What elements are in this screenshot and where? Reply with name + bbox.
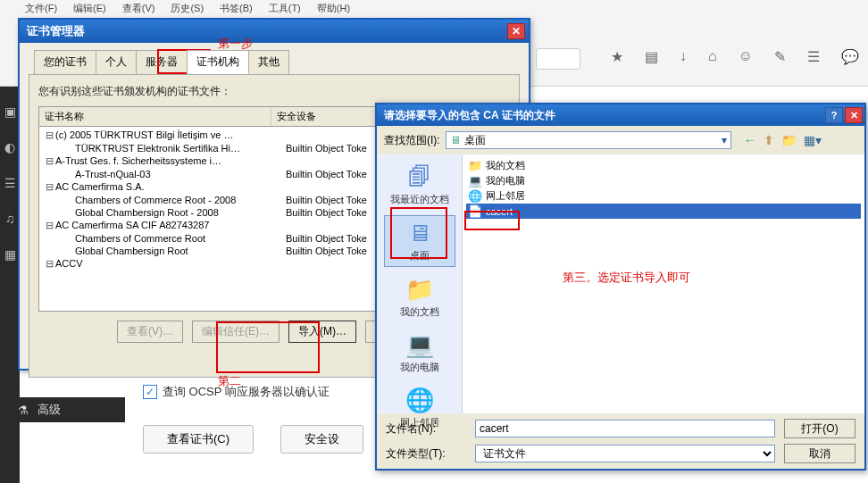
cert-manager-title: 证书管理器 bbox=[27, 23, 85, 39]
edit-trust-button: 编辑信任(E)… bbox=[192, 321, 280, 343]
file-item[interactable]: 📁我的文档 bbox=[466, 158, 861, 173]
checkbox-checked-icon[interactable]: ✓ bbox=[143, 385, 157, 399]
collapse-icon[interactable]: ⊟ bbox=[43, 258, 55, 270]
home-icon[interactable]: ⌂ bbox=[708, 48, 717, 65]
file-open-dialog: 请选择要导入的包含 CA 证书的文件 ? ✕ 查找范围(I): 🖥 桌面 ▾ ←… bbox=[375, 103, 866, 471]
browser-menu[interactable]: 文件(F) 编辑(E) 查看(V) 历史(S) 书签(B) 工具(T) 帮助(H… bbox=[23, 0, 352, 18]
menu-file[interactable]: 文件(F) bbox=[23, 0, 59, 18]
chat-icon[interactable]: 💬 bbox=[841, 48, 859, 65]
star-icon[interactable]: ★ bbox=[611, 48, 623, 65]
import-button[interactable]: 导入(M)… bbox=[288, 321, 356, 343]
file-icon: 📄 bbox=[468, 204, 482, 218]
look-in-label: 查找范围(I): bbox=[384, 133, 440, 148]
menu-history[interactable]: 历史(S) bbox=[169, 0, 205, 18]
menu-icon[interactable]: ☰ bbox=[807, 48, 820, 65]
tab-your-certs[interactable]: 您的证书 bbox=[34, 50, 96, 74]
filename-input[interactable] bbox=[475, 420, 775, 437]
col-cert-name[interactable]: 证书名称 bbox=[39, 107, 271, 126]
help-icon[interactable]: ? bbox=[825, 107, 843, 123]
place-item[interactable]: 🖥桌面 bbox=[384, 215, 455, 267]
menu-bookmarks[interactable]: 书签(B) bbox=[218, 0, 255, 18]
menu-view[interactable]: 查看(V) bbox=[121, 0, 157, 18]
collapse-icon[interactable]: ⊟ bbox=[43, 181, 55, 193]
filetype-label: 文件类型(T): bbox=[386, 446, 466, 462]
cancel-button[interactable]: 取消 bbox=[784, 444, 855, 463]
tab-authorities[interactable]: 证书机构 bbox=[187, 50, 249, 74]
tab-people[interactable]: 个人 bbox=[96, 50, 137, 74]
cert-desc: 您有识别这些证书颁发机构的证书文件： bbox=[38, 84, 510, 99]
menu-help[interactable]: 帮助(H) bbox=[315, 0, 352, 18]
place-icon: 💻 bbox=[384, 331, 455, 359]
advanced-label: 高级 bbox=[38, 402, 61, 418]
cert-tabs: 您的证书 个人 服务器 证书机构 其他 bbox=[34, 50, 529, 74]
tab-servers[interactable]: 服务器 bbox=[136, 50, 188, 74]
close-icon[interactable]: ✕ bbox=[845, 107, 863, 123]
place-icon: 🌐 bbox=[384, 387, 455, 414]
places-bar: 🗐我最近的文档🖥桌面📁我的文档💻我的电脑🌐网上邻居 bbox=[377, 154, 463, 413]
list-icon[interactable]: ▤ bbox=[645, 48, 658, 65]
address-fragment[interactable] bbox=[536, 48, 580, 70]
place-icon: 🗐 bbox=[384, 163, 455, 191]
new-folder-icon[interactable]: 📁 bbox=[781, 133, 797, 147]
advanced-section[interactable]: ⚗ 高级 bbox=[0, 397, 125, 422]
settings-rail: ▣ ◐ ☰ ♫ ▦ bbox=[0, 87, 20, 483]
rail-icon[interactable]: ▣ bbox=[4, 104, 16, 119]
filetype-select[interactable]: 证书文件 bbox=[475, 445, 775, 462]
file-icon: 📁 bbox=[468, 159, 482, 172]
rail-icon[interactable]: ♫ bbox=[5, 212, 15, 226]
file-item[interactable]: 🌐网上邻居 bbox=[466, 188, 861, 204]
close-icon[interactable]: ✕ bbox=[507, 23, 525, 39]
annotation-step3: 第三。选定证书导入即可 bbox=[563, 270, 690, 286]
desktop-icon: 🖥 bbox=[450, 134, 461, 146]
place-icon: 📁 bbox=[384, 276, 455, 304]
look-in-dropdown[interactable]: 🖥 桌面 ▾ bbox=[446, 131, 731, 149]
chevron-down-icon[interactable]: ▾ bbox=[722, 134, 727, 146]
collapse-icon[interactable]: ⊟ bbox=[43, 220, 55, 231]
filename-label: 文件名(N): bbox=[386, 421, 466, 437]
collapse-icon[interactable]: ⊟ bbox=[43, 155, 55, 167]
security-devices-button[interactable]: 安全设 bbox=[280, 425, 363, 454]
browser-toolbar: ★ ▤ ↓ ⌂ ☺ ✎ ☰ 💬 bbox=[611, 48, 859, 65]
rail-icon[interactable]: ▦ bbox=[4, 247, 16, 262]
view-button: 查看(V)… bbox=[117, 321, 183, 343]
flask-icon: ⚗ bbox=[18, 404, 29, 417]
view-cert-button[interactable]: 查看证书(C) bbox=[143, 425, 254, 454]
smiley-icon[interactable]: ☺ bbox=[739, 48, 753, 65]
rail-icon[interactable]: ☰ bbox=[4, 176, 16, 190]
place-item[interactable]: 📁我的文档 bbox=[384, 272, 455, 322]
up-icon[interactable]: ⬆ bbox=[764, 133, 774, 147]
look-in-value: 桌面 bbox=[464, 133, 486, 148]
edit-icon[interactable]: ✎ bbox=[774, 48, 786, 65]
ocsp-checkbox-row[interactable]: ✓ 查询 OCSP 响应服务器以确认证 bbox=[143, 384, 363, 400]
place-icon: 🖥 bbox=[385, 220, 455, 247]
place-item[interactable]: 🗐我最近的文档 bbox=[384, 160, 455, 210]
views-icon[interactable]: ▦▾ bbox=[804, 133, 822, 147]
back-icon[interactable]: ← bbox=[744, 133, 756, 147]
file-item[interactable]: 💻我的电脑 bbox=[466, 173, 861, 188]
file-item[interactable]: 📄cacert bbox=[466, 204, 861, 219]
rail-icon[interactable]: ◐ bbox=[4, 140, 15, 154]
file-icon: 🌐 bbox=[468, 189, 482, 203]
file-icon: 💻 bbox=[468, 174, 482, 187]
file-dialog-title: 请选择要导入的包含 CA 证书的文件 bbox=[384, 108, 555, 123]
ocsp-label: 查询 OCSP 响应服务器以确认证 bbox=[163, 384, 330, 400]
collapse-icon[interactable]: ⊟ bbox=[43, 129, 55, 141]
tab-others[interactable]: 其他 bbox=[248, 50, 289, 74]
place-item[interactable]: 💻我的电脑 bbox=[384, 328, 455, 378]
open-button[interactable]: 打开(O) bbox=[784, 419, 855, 438]
menu-edit[interactable]: 编辑(E) bbox=[71, 0, 108, 18]
annotation-step2: 第二 bbox=[218, 373, 241, 389]
menu-tools[interactable]: 工具(T) bbox=[267, 0, 303, 18]
download-icon[interactable]: ↓ bbox=[680, 48, 687, 65]
